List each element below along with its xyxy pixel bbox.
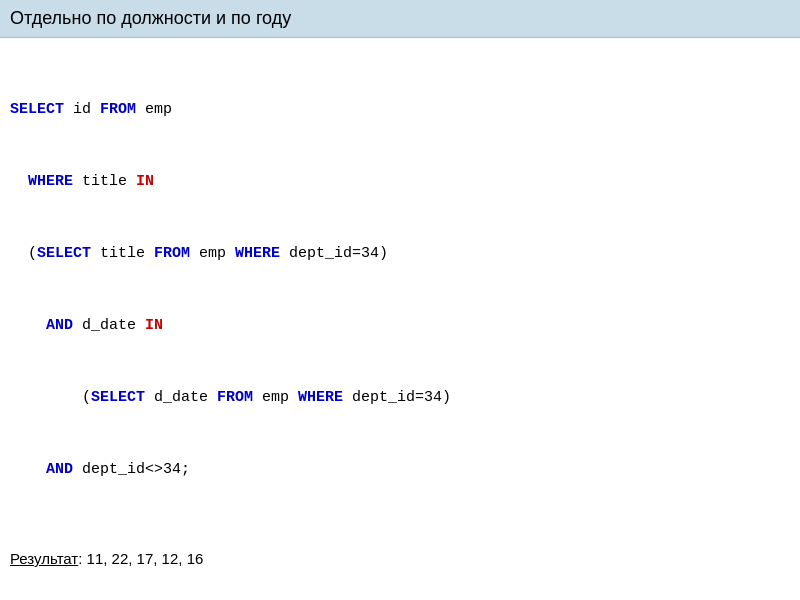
sql-line-3: (SELECT title FROM emp WHERE dept_id=34) [10,242,790,266]
kw-where-3: WHERE [298,389,343,406]
result-colon: : [78,550,86,567]
kw-in-2: IN [145,317,163,334]
content-area: SELECT id FROM emp WHERE title IN (SELEC… [0,38,800,579]
page-header: Отдельно по должности и по году [0,0,800,38]
result-line: Результат: 11, 22, 17, 12, 16 [10,550,790,567]
kw-in-1: IN [136,173,154,190]
kw-select-1: SELECT [10,101,64,118]
kw-and-1: AND [46,317,73,334]
kw-from-1: FROM [100,101,136,118]
result-label: Результат [10,550,78,567]
sql-line-2: WHERE title IN [10,170,790,194]
kw-select-3: SELECT [91,389,145,406]
sql-code-block: SELECT id FROM emp WHERE title IN (SELEC… [10,50,790,530]
sql-line-1: SELECT id FROM emp [10,98,790,122]
kw-from-3: FROM [217,389,253,406]
kw-and-2: AND [46,461,73,478]
kw-where-1: WHERE [28,173,73,190]
sql-line-4: AND d_date IN [10,314,790,338]
sql-line-6: AND dept_id<>34; [10,458,790,482]
kw-from-2: FROM [154,245,190,262]
kw-where-2: WHERE [235,245,280,262]
kw-select-2: SELECT [37,245,91,262]
result-values: 11, 22, 17, 12, 16 [87,550,204,567]
header-title: Отдельно по должности и по году [10,8,291,28]
sql-line-5: (SELECT d_date FROM emp WHERE dept_id=34… [10,386,790,410]
